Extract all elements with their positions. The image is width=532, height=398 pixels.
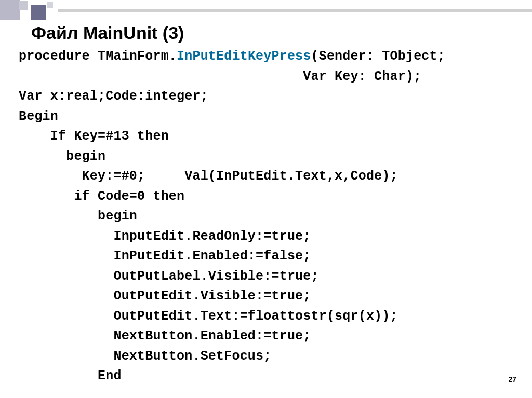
deco-square [47, 2, 53, 8]
code-block: procedure TMainForm.InPutEditKeyPress(Se… [19, 47, 445, 387]
highlighted-identifier: InPutEditKeyPress [177, 49, 311, 64]
code-line: if Code=0 then [19, 189, 184, 204]
code-line: OutPutEdit.Visible:=true; [19, 289, 311, 304]
code-line: If Key=#13 then [19, 129, 169, 144]
slide-title: Файл MainUnit (3) [31, 23, 184, 43]
code-line: procedure TMainForm.InPutEditKeyPress(Se… [19, 49, 445, 64]
code-line: InPutEdit.Enabled:=false; [19, 249, 311, 264]
code-line: begin [19, 149, 105, 164]
code-line: End [19, 368, 122, 383]
code-line: NextButton.SetFocus; [19, 349, 271, 364]
corner-decoration [0, 0, 53, 21]
code-line: Var x:real;Code:integer; [19, 89, 208, 104]
deco-square [31, 5, 46, 20]
header-bar [58, 9, 532, 12]
deco-square [19, 1, 28, 10]
code-line: OutPutLabel.Visible:=true; [19, 269, 319, 284]
slide: Файл MainUnit (3) procedure TMainForm.In… [0, 0, 532, 398]
code-line: Key:=#0; Val(InPutEdit.Text,x,Code); [19, 169, 398, 184]
code-line: OutPutEdit.Text:=floattostr(sqr(x)); [19, 309, 398, 324]
code-line: InputEdit.ReadOnly:=true; [19, 229, 311, 244]
code-line: Var Key: Char); [19, 69, 421, 84]
deco-square [0, 0, 20, 20]
code-line: Begin [19, 109, 58, 124]
code-line: begin [19, 209, 137, 224]
code-line: NextButton.Enabled:=true; [19, 328, 311, 344]
page-number: 27 [508, 375, 516, 383]
